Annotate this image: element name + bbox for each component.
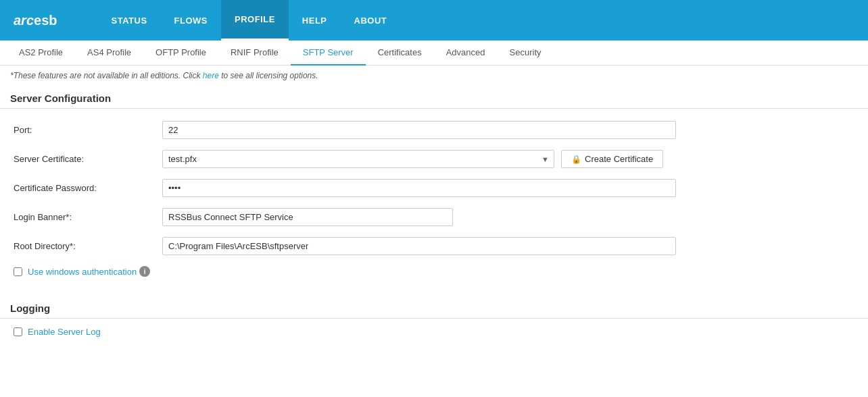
nav-item-help[interactable]: HELP [289,0,341,41]
nav-item-status[interactable]: STATUS [98,0,161,41]
top-navigation: arcesb STATUS FLOWS PROFILE HELP ABOUT [0,0,868,41]
lock-icon: 🔒 [571,155,581,164]
tab-oftp-profile[interactable]: OFTP Profile [143,41,218,65]
tab-as4-profile[interactable]: AS4 Profile [75,41,143,65]
nav-item-profile[interactable]: PROFILE [221,0,289,41]
server-certificate-select[interactable]: test.pfx [162,150,554,168]
logo-esb: esb [34,13,57,28]
nav-links: STATUS FLOWS PROFILE HELP ABOUT [98,0,401,41]
server-config-title: Server Configuration [0,86,868,109]
enable-server-log-checkbox[interactable] [14,327,22,336]
tab-as2-profile[interactable]: AS2 Profile [7,41,75,65]
tab-rnif-profile[interactable]: RNIF Profile [218,41,291,65]
tab-certificates[interactable]: Certificates [366,41,434,65]
notice-link[interactable]: here [203,71,219,80]
server-config-form: Port: Server Certificate: test.pfx ▼ 🔒 C… [0,109,868,289]
tab-advanced[interactable]: Advanced [434,41,498,65]
enable-server-log-label[interactable]: Enable Server Log [28,327,101,337]
licensing-notice: *These features are not available in all… [0,65,868,86]
app-logo: arcesb [14,13,57,28]
server-certificate-label: Server Certificate: [14,154,162,164]
tab-sftp-server[interactable]: SFTP Server [291,41,366,65]
port-label: Port: [14,125,162,135]
server-certificate-row: Server Certificate: test.pfx ▼ 🔒 Create … [0,144,868,174]
create-certificate-button[interactable]: 🔒 Create Certificate [561,150,663,168]
tab-security[interactable]: Security [498,41,554,65]
root-directory-row: Root Directory*: [0,232,868,261]
port-row: Port: [0,115,868,144]
windows-auth-info-icon[interactable]: i [139,266,150,277]
root-directory-input[interactable] [162,237,676,255]
logo-text: arc [14,13,34,28]
windows-auth-checkbox[interactable] [14,267,22,276]
create-certificate-label: Create Certificate [585,154,653,164]
notice-text-after: to see all licensing options. [219,71,318,80]
login-banner-input[interactable] [162,208,453,226]
notice-text-before: *These features are not available in all… [10,71,203,80]
tab-bar: AS2 Profile AS4 Profile OFTP Profile RNI… [0,41,868,65]
nav-item-flows[interactable]: FLOWS [161,0,221,41]
certificate-password-row: Certificate Password: [0,174,868,203]
logging-title: Logging [0,296,868,319]
enable-server-log-row: Enable Server Log [0,319,868,342]
server-certificate-select-wrapper: test.pfx ▼ [162,150,554,168]
login-banner-label: Login Banner*: [14,212,162,222]
certificate-password-input[interactable] [162,179,676,197]
logging-section: Logging Enable Server Log [0,296,868,342]
nav-item-about[interactable]: ABOUT [341,0,401,41]
root-directory-label: Root Directory*: [14,241,162,251]
certificate-password-label: Certificate Password: [14,183,162,193]
windows-auth-label[interactable]: Use windows authentication [28,267,137,277]
login-banner-row: Login Banner*: [0,203,868,232]
windows-auth-row: Use windows authentication i [0,261,868,282]
port-input[interactable] [162,121,676,139]
